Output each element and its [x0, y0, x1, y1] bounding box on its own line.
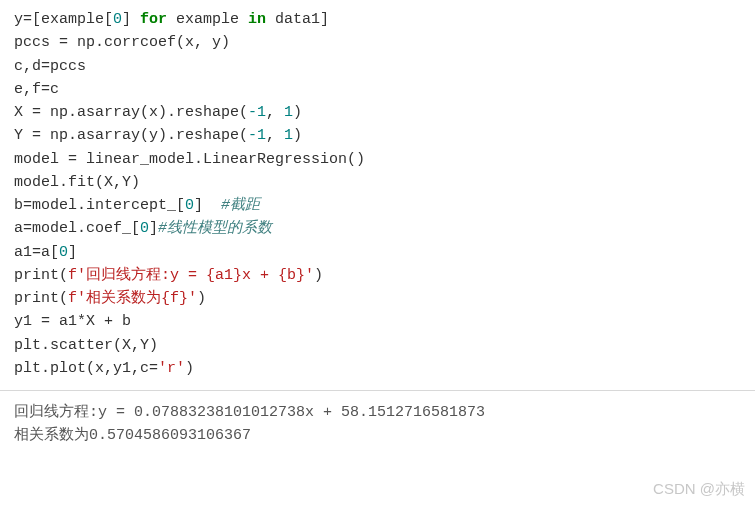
- output-line: 相关系数为0.5704586093106367: [14, 427, 251, 444]
- code-line: c,d=pccs: [14, 58, 86, 75]
- code-line: y1 = a1*X + b: [14, 313, 131, 330]
- code-line: X = np.asarray(x).reshape(-1, 1): [14, 104, 302, 121]
- output-block: 回归线方程:y = 0.07883238101012738x + 58.1512…: [0, 391, 755, 458]
- code-line: b=model.intercept_[0] #截距: [14, 197, 260, 214]
- code-line: plt.plot(x,y1,c='r'): [14, 360, 194, 377]
- watermark: CSDN @亦横: [653, 477, 745, 500]
- code-line: print(f'相关系数为{f}'): [14, 290, 206, 307]
- code-line: Y = np.asarray(y).reshape(-1, 1): [14, 127, 302, 144]
- code-line: model.fit(X,Y): [14, 174, 140, 191]
- code-line: print(f'回归线方程:y = {a1}x + {b}'): [14, 267, 323, 284]
- code-line: y=[example[0] for example in data1]: [14, 11, 329, 28]
- code-line: model = linear_model.LinearRegression(): [14, 151, 365, 168]
- code-line: a=model.coef_[0]#线性模型的系数: [14, 220, 272, 237]
- code-line: pccs = np.corrcoef(x, y): [14, 34, 230, 51]
- output-line: 回归线方程:y = 0.07883238101012738x + 58.1512…: [14, 404, 485, 421]
- code-line: plt.scatter(X,Y): [14, 337, 158, 354]
- code-block: y=[example[0] for example in data1] pccs…: [0, 0, 755, 391]
- code-line: a1=a[0]: [14, 244, 77, 261]
- code-line: e,f=c: [14, 81, 59, 98]
